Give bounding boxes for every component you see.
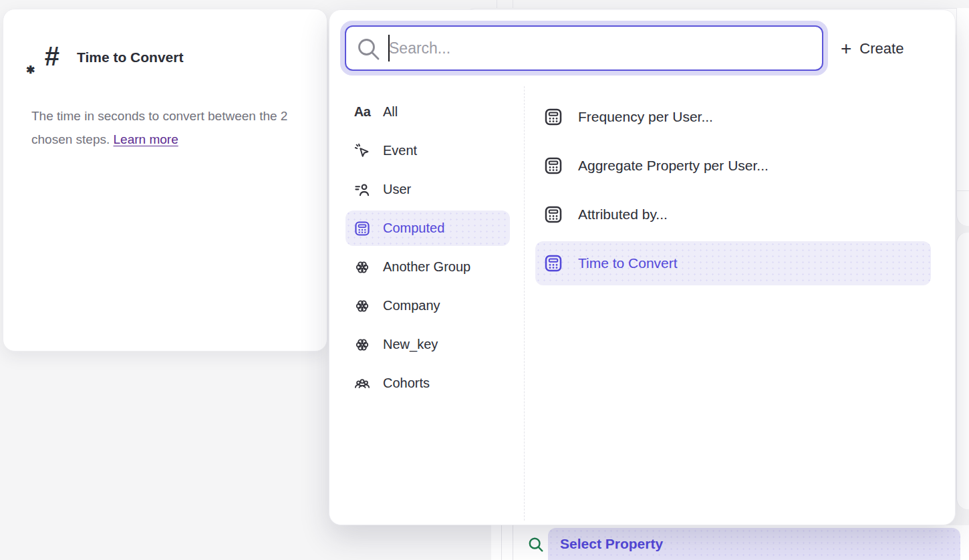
calculator-icon <box>543 156 563 176</box>
plus-icon: + <box>841 39 851 59</box>
pane-divider <box>524 86 525 521</box>
category-label: Cohorts <box>383 376 430 391</box>
category-label: User <box>383 182 411 197</box>
background-card-edge <box>513 525 513 560</box>
background-card-right-bottom <box>956 233 969 509</box>
category-list: Aa All Event User <box>340 94 515 401</box>
result-label: Attributed by... <box>578 206 668 223</box>
learn-more-link[interactable]: Learn more <box>114 132 178 146</box>
user-icon <box>354 181 371 198</box>
calculator-icon <box>543 204 563 225</box>
background-card-edge <box>497 0 497 8</box>
category-cohorts[interactable]: Cohorts <box>345 366 510 401</box>
results-list: Frequency per User... Aggregate Property… <box>535 95 931 285</box>
property-tooltip-card: # ✱ Time to Convert The time in seconds … <box>3 9 327 352</box>
category-all[interactable]: Aa All <box>345 94 510 130</box>
result-frequency-per-user[interactable]: Frequency per User... <box>535 95 931 139</box>
property-picker-dropdown: + Create Aa All Event <box>329 9 956 525</box>
result-time-to-convert[interactable]: Time to Convert <box>535 241 931 285</box>
background-card-edge <box>501 525 502 560</box>
result-aggregate-property-per-user[interactable]: Aggregate Property per User... <box>535 144 931 188</box>
result-attributed-by[interactable]: Attributed by... <box>535 192 931 237</box>
group-icon <box>354 336 371 354</box>
category-label: Event <box>383 143 417 158</box>
calculator-icon <box>543 107 563 127</box>
tooltip-title: Time to Convert <box>77 49 183 65</box>
background-divider <box>957 190 969 191</box>
event-cursor-icon <box>354 142 371 160</box>
calculator-icon <box>543 253 563 273</box>
category-label: Another Group <box>383 259 470 275</box>
category-label: All <box>383 104 398 120</box>
property-search-icon <box>527 536 545 553</box>
result-label: Aggregate Property per User... <box>578 158 769 174</box>
category-company[interactable]: Company <box>345 288 510 323</box>
select-property-field[interactable]: Select Property <box>548 528 960 560</box>
create-button[interactable]: + Create <box>841 37 904 61</box>
background-card-edge <box>513 0 513 8</box>
select-property-label: Select Property <box>560 536 663 552</box>
background-card-right-top <box>956 8 969 226</box>
search-input[interactable] <box>345 25 823 71</box>
cohorts-icon <box>354 375 371 392</box>
result-label: Frequency per User... <box>578 109 713 125</box>
category-user[interactable]: User <box>345 172 510 207</box>
category-label: Computed <box>383 221 444 236</box>
calculator-icon <box>354 220 371 237</box>
group-icon <box>354 259 371 276</box>
category-label: Company <box>383 298 440 313</box>
result-label: Time to Convert <box>578 255 678 271</box>
tooltip-description: The time in seconds to convert between t… <box>31 104 299 151</box>
category-event[interactable]: Event <box>345 133 510 168</box>
category-computed[interactable]: Computed <box>345 211 510 246</box>
text-format-icon: Aa <box>354 104 371 121</box>
numeric-property-icon: # ✱ <box>27 40 59 75</box>
search-focus-ring <box>340 21 828 76</box>
category-another-group[interactable]: Another Group <box>345 249 510 285</box>
category-new-key[interactable]: New_key <box>345 327 510 362</box>
text-caret <box>388 35 390 61</box>
group-icon <box>354 297 371 315</box>
category-label: New_key <box>383 337 438 352</box>
